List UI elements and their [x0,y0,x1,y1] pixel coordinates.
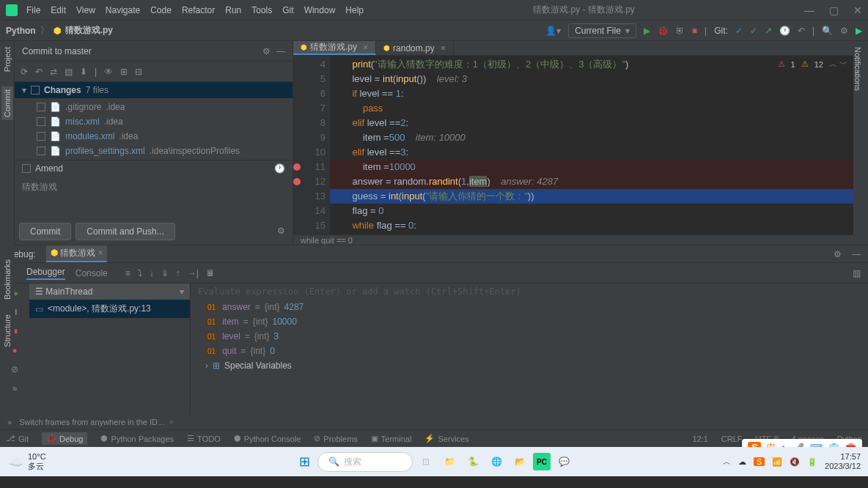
breakpoint-icon[interactable]: 11 [295,160,326,174]
console-subtab[interactable]: Console [76,268,108,278]
stack-frame[interactable]: ▭<module>, 猜数游戏.py:13 [29,300,190,318]
menu-view[interactable]: View [76,5,95,15]
wifi-icon[interactable]: 📶 [772,457,782,467]
line-separator[interactable]: CRLF [721,435,743,443]
breakpoint-icon[interactable]: 12 [295,174,326,189]
task-view-icon[interactable]: ⊡ [416,451,436,472]
gutter[interactable]: 4567 8910 11 12 131415 [293,56,330,234]
pycharm-icon[interactable]: PC [533,453,551,470]
folder-icon[interactable]: 📂 [510,451,530,472]
expand-icon[interactable]: ⊟ [135,67,142,77]
changes-header[interactable]: ▾ Changes 7 files [15,82,293,98]
battery-icon[interactable]: 🔋 [807,457,817,467]
variable-row[interactable]: 01answer = {int} 4287 [191,300,868,314]
file-item[interactable]: 📄profiles_settings.xml.idea\inspectionPr… [15,144,293,158]
debugger-subtab[interactable]: Debugger [26,267,65,280]
layout-icon[interactable]: ▥ [853,268,861,278]
code-area[interactable]: 4567 8910 11 12 131415 print("请输入猜数字的难度：… [293,56,853,234]
rollback-icon[interactable]: ↶ [35,67,43,77]
step-into-icon[interactable]: ↓ [150,268,154,278]
threads-icon[interactable]: ≡ [125,268,130,278]
breadcrumb-file[interactable]: 猜数游戏.py [65,24,113,37]
status-todo[interactable]: ☰ TODO [187,434,221,443]
ime-tray-icon[interactable]: S [754,457,765,466]
commit-button[interactable]: Commit [19,223,71,240]
commit-push-button[interactable]: Commit and Push... [76,223,174,240]
close-tip-icon[interactable]: × [169,418,173,426]
tray-chevron-icon[interactable]: ︿ [723,456,731,467]
status-packages[interactable]: ⬢ Python Packages [100,434,174,443]
user-icon[interactable]: 👤▾ [545,26,561,36]
show-icon[interactable]: 👁 [104,67,113,77]
tab-commit[interactable]: Commit [1,86,13,120]
file-item[interactable]: 📄modules.xml.idea [15,129,293,144]
file-item[interactable]: 📄.gitignore.idea [15,100,293,114]
evaluate-expression-input[interactable]: Evaluate expression (Enter) or add a wat… [191,284,868,300]
code-content[interactable]: print("请输入猜数字的难度：1（初级）、2（中级）、3（高级）") lev… [330,56,853,234]
minimize-panel-icon[interactable]: — [276,46,285,56]
onedrive-icon[interactable]: ☁ [738,457,746,467]
tab-file-2[interactable]: ⬢random.py× [376,41,454,55]
changelist-icon[interactable]: ▤ [65,67,73,77]
cursor-position[interactable]: 12:1 [692,435,707,443]
code-breadcrumb[interactable]: while quit == 0 [293,234,853,245]
menu-code[interactable]: Code [150,5,172,15]
tab-bookmarks[interactable]: Bookmarks [3,259,12,300]
menu-file[interactable]: File [26,5,40,15]
shelf-icon[interactable]: ⬇ [80,67,87,77]
weather-widget[interactable]: ☁️ 10°C多云 [9,452,46,472]
menu-refactor[interactable]: Refactor [182,5,215,15]
menu-help[interactable]: Help [345,5,364,15]
run-to-cursor-icon[interactable]: →| [188,268,199,278]
menu-git[interactable]: Git [282,5,293,15]
mute-breakpoints-icon[interactable]: ⊘ [11,364,18,374]
edge-icon[interactable]: 🌐 [486,451,507,472]
volume-icon[interactable]: 🔇 [790,457,800,467]
variable-row[interactable]: 01level = {int} 3 [191,329,868,344]
status-problems[interactable]: ⊘ Problems [314,434,357,443]
start-icon[interactable]: ⊞ [294,451,315,472]
minimize-icon[interactable]: — [804,4,814,16]
inspection-indicator[interactable]: ⚠1 ⚠12 ︿ ﹀ [778,59,847,70]
gear-icon[interactable]: ⚙ [274,223,288,240]
git-push-icon[interactable]: ↗ [765,26,772,36]
close-tab-icon[interactable]: × [363,42,368,53]
gear-icon[interactable]: ⚙ [262,46,271,56]
commit-message-input[interactable]: 猜数游戏 [15,177,293,218]
minimize-panel-icon[interactable]: — [852,249,861,259]
git-update-icon[interactable]: ✓ [735,26,743,36]
clock[interactable]: 17:572023/3/12 [825,452,861,471]
git-rollback-icon[interactable]: ↶ [798,26,805,36]
status-debug[interactable]: 🐞 Debug [42,432,87,445]
variable-row[interactable]: 01quit = {int} 0 [191,344,868,358]
status-services[interactable]: ⚡ Services [424,434,468,443]
step-out-icon[interactable]: ↑ [176,268,180,278]
coverage-icon[interactable]: ⛨ [676,26,685,36]
breadcrumb-project[interactable]: Python [6,26,36,36]
tab-notifications[interactable]: Notifications [853,41,862,91]
tab-project[interactable]: Project [3,47,12,72]
file-item[interactable]: 📄misc.xml.idea [15,114,293,129]
explorer-icon[interactable]: 📁 [439,451,460,472]
wechat-icon[interactable]: 💬 [553,451,574,472]
status-terminal[interactable]: ▣ Terminal [371,434,412,443]
search-icon[interactable]: 🔍 [822,26,833,36]
tab-structure[interactable]: Structure [3,314,12,347]
status-git[interactable]: ⎇ Git [6,434,29,443]
menu-tools[interactable]: Tools [251,5,272,15]
menu-window[interactable]: Window [304,5,336,15]
tab-file-1[interactable]: ⬢猜数游戏.py× [293,41,376,55]
menu-run[interactable]: Run [225,5,241,15]
diff-icon[interactable]: ⇄ [50,67,57,77]
variable-row[interactable]: 01item = {int} 10000 [191,314,868,329]
taskbar-search[interactable]: 🔍搜索 [317,452,413,472]
amend-row[interactable]: Amend🕐 [15,160,293,177]
history-icon[interactable]: 🕐 [274,163,285,174]
thread-selector[interactable]: ☰ MainThread▾ [29,284,190,300]
stop-icon[interactable]: ■ [692,26,697,36]
git-commit-icon[interactable]: ✓ [750,26,757,36]
evaluate-icon[interactable]: 🖩 [206,268,215,278]
close-tab-icon[interactable]: × [441,43,446,53]
maximize-icon[interactable]: ▢ [829,4,839,16]
toolbox-icon[interactable]: ▶ [856,26,862,36]
